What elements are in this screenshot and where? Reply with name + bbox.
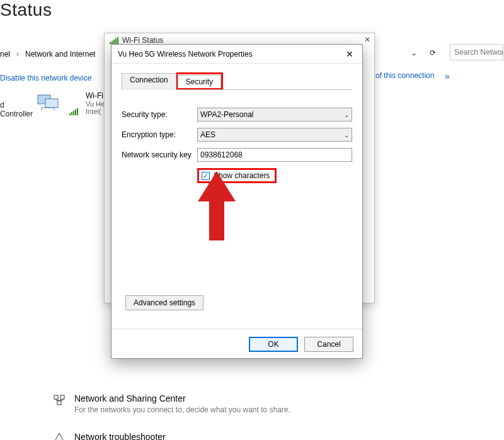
network-sharing-center-item[interactable]: Network and Sharing Center For the netwo… [53,393,290,414]
chevron-right-icon: › [16,50,19,59]
security-type-select[interactable]: WPA2-Personal ⌄ [197,108,352,121]
page-title: Status [0,0,52,20]
adapter-name: Wi-Fi [86,91,105,100]
breadcrumb-item[interactable]: nel [0,50,10,59]
close-button[interactable]: ✕ [341,47,358,61]
more-commands-button[interactable]: » [445,71,450,81]
signal-icon [69,108,78,115]
security-type-value: WPA2-Personal [200,110,253,119]
chevron-down-icon: ⌄ [344,132,349,138]
breadcrumb-dropdown[interactable]: ⌄ [406,45,421,60]
close-icon: ✕ [364,35,370,44]
tab-security[interactable]: Security [178,75,221,88]
tab-connection[interactable]: Connection [122,73,176,90]
annotation-highlight: Security [176,72,223,89]
network-key-input[interactable] [197,148,352,162]
network-troubleshooter-item[interactable]: Network troubleshooter [53,432,166,440]
advanced-settings-button[interactable]: Advanced settings [125,295,203,310]
breadcrumb-item[interactable]: Network and Internet [25,50,95,59]
troubleshooter-title: Network troubleshooter [74,432,166,440]
wifi-status-title: Wi-Fi Status [122,36,163,45]
nsc-subtitle: For the networks you connect to, decide … [74,405,290,414]
disable-device-link[interactable]: Disable this network device [0,74,91,82]
connection-status-link[interactable]: us of this connection [365,71,434,80]
svg-rect-3 [54,395,58,399]
network-key-label: Network security key [122,150,197,159]
security-type-label: Security type: [122,110,197,119]
signal-icon [110,37,118,44]
dialog-title: Vu Heo 5G Wireless Network Properties [118,50,253,59]
adapter-driver: Intel( [86,108,105,115]
show-characters-label: Show characters [214,171,270,180]
encryption-type-value: AES [200,130,215,139]
refresh-button[interactable]: ⟳ [425,45,440,60]
tab-strip: Connection Security [122,72,352,90]
encryption-type-label: Encryption type: [122,130,197,139]
adapter-item[interactable]: Wi-Fi Vu He Intel( [37,91,105,115]
svg-rect-4 [60,395,64,399]
adapter-icon [37,91,64,113]
separator [112,329,362,329]
adapter-text: Wi-Fi Vu He Intel( [86,91,105,115]
share-icon [53,393,66,406]
left-clipped-text: d Controller [0,101,33,118]
svg-marker-6 [54,433,64,440]
checkbox-checked-icon: ✓ [202,172,210,180]
close-icon: ✕ [346,49,353,59]
show-characters-checkbox[interactable]: ✓ Show characters [197,168,277,183]
cancel-button[interactable]: Cancel [304,337,353,352]
svg-rect-1 [45,99,58,108]
refresh-icon: ⟳ [430,48,436,57]
svg-rect-5 [57,401,61,405]
adapter-ssid: Vu He [86,100,105,108]
nsc-title: Network and Sharing Center [74,393,290,403]
chevron-down-icon: ⌄ [411,48,417,57]
search-input[interactable]: Search Network [450,44,503,60]
chevron-down-icon: ⌄ [344,111,349,118]
warning-icon [53,432,66,440]
ok-button[interactable]: OK [249,337,298,352]
search-placeholder: Search Network [454,48,503,57]
close-button[interactable]: ✕ [364,35,370,44]
network-properties-dialog: Vu Heo 5G Wireless Network Properties ✕ … [111,44,363,359]
encryption-type-select[interactable]: AES ⌄ [197,128,352,142]
